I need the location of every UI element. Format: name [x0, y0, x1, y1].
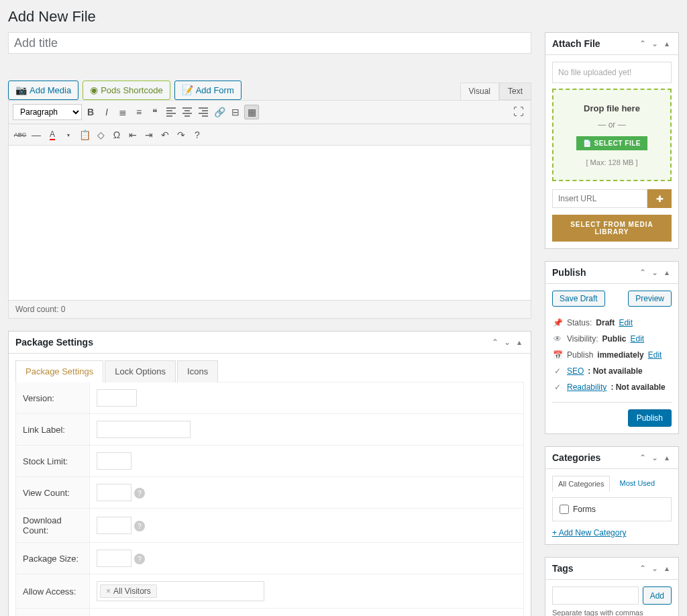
- clear-format-icon[interactable]: ◇: [93, 127, 108, 142]
- insert-url-input[interactable]: [552, 189, 647, 208]
- publish-button[interactable]: Publish: [628, 409, 672, 427]
- media-library-button[interactable]: SELECT FROM MEDIA LIBRARY: [552, 215, 672, 242]
- page-template-label: Page Template:: [16, 609, 90, 617]
- add-media-button[interactable]: 📷Add Media: [8, 81, 78, 100]
- italic-icon[interactable]: I: [99, 105, 114, 119]
- redo-icon[interactable]: ↷: [174, 127, 189, 142]
- undo-icon[interactable]: ↶: [158, 127, 172, 142]
- move-up-icon[interactable]: ⌃: [490, 338, 500, 347]
- version-input[interactable]: [97, 389, 137, 407]
- remove-chip-icon[interactable]: ×: [106, 586, 111, 596]
- format-select[interactable]: Paragraph: [13, 104, 82, 120]
- paste-icon[interactable]: 📋: [77, 127, 92, 142]
- pkg-tab-icons[interactable]: Icons: [177, 360, 218, 382]
- move-up-icon[interactable]: ⌃: [638, 564, 647, 573]
- tag-note: Separate tags with commas: [552, 609, 672, 616]
- tag-input[interactable]: [552, 586, 639, 605]
- toggle-icon[interactable]: ▴: [662, 268, 672, 277]
- abc-strike-icon[interactable]: ABC: [13, 127, 28, 142]
- toolbar-toggle-icon[interactable]: ▦: [244, 105, 259, 119]
- link-label-input[interactable]: [97, 421, 191, 438]
- editor-content[interactable]: [9, 146, 531, 300]
- select-file-button[interactable]: 📄SELECT FILE: [576, 136, 647, 150]
- editor: Paragraph B I ≣ ≡ ❝ 🔗 ⊟ ▦ ⛶ ABC — A ▾ 📋: [8, 100, 531, 319]
- add-tag-button[interactable]: Add: [643, 586, 672, 605]
- toggle-icon[interactable]: ▴: [662, 39, 672, 48]
- pkg-tab-settings[interactable]: Package Settings: [15, 360, 103, 382]
- move-down-icon[interactable]: ⌄: [650, 564, 659, 573]
- word-count: Word count: 0: [9, 300, 531, 318]
- help-icon[interactable]: ?: [190, 127, 205, 142]
- edit-schedule-link[interactable]: Edit: [648, 350, 662, 360]
- move-up-icon[interactable]: ⌃: [638, 453, 647, 462]
- edit-visibility-link[interactable]: Edit: [630, 334, 644, 344]
- pkg-tab-lock[interactable]: Lock Options: [105, 360, 176, 382]
- align-left-icon[interactable]: [164, 105, 178, 119]
- move-up-icon[interactable]: ⌃: [638, 39, 647, 48]
- readability-icon: ✓: [552, 382, 563, 392]
- form-icon: 📝: [182, 83, 193, 97]
- move-down-icon[interactable]: ⌄: [503, 338, 512, 347]
- text-color-arrow-icon[interactable]: ▾: [61, 127, 76, 142]
- blockquote-icon[interactable]: ❝: [148, 105, 162, 119]
- preview-button[interactable]: Preview: [628, 291, 672, 307]
- toggle-icon[interactable]: ▴: [662, 564, 672, 573]
- pods-shortcode-button[interactable]: ◉Pods Shortcode: [83, 81, 170, 100]
- align-center-icon[interactable]: [180, 105, 195, 119]
- file-drop-zone[interactable]: Drop file here — or — 📄SELECT FILE [ Max…: [552, 89, 672, 181]
- bold-icon[interactable]: B: [83, 105, 98, 119]
- readability-link[interactable]: Readability: [567, 382, 606, 392]
- publish-box: Publish ⌃⌄▴ Save Draft Preview 📌Status: …: [545, 261, 679, 434]
- move-down-icon[interactable]: ⌄: [650, 268, 659, 277]
- drop-title: Drop file here: [560, 103, 664, 113]
- drop-or: — or —: [560, 120, 664, 130]
- toggle-icon[interactable]: ▴: [515, 338, 524, 347]
- view-count-input[interactable]: [97, 484, 131, 501]
- align-right-icon[interactable]: [196, 105, 211, 119]
- tags-heading: Tags: [552, 563, 574, 574]
- add-category-link[interactable]: + Add New Category: [552, 528, 626, 537]
- move-down-icon[interactable]: ⌄: [650, 453, 659, 462]
- plus-icon: ✚: [656, 194, 664, 204]
- seo-link[interactable]: SEO: [567, 366, 584, 376]
- link-label-label: Link Label:: [16, 414, 90, 446]
- tab-visual[interactable]: Visual: [460, 83, 499, 100]
- add-form-button[interactable]: 📝Add Form: [174, 81, 242, 100]
- toggle-icon[interactable]: ▴: [662, 453, 672, 462]
- package-settings-box: Package Settings ⌃ ⌄ ▴ Package Settings …: [8, 331, 531, 616]
- access-chip[interactable]: ×All Visitors: [100, 584, 157, 598]
- indent-icon[interactable]: ⇥: [142, 127, 156, 142]
- hr-icon[interactable]: —: [29, 127, 44, 142]
- category-item-forms[interactable]: Forms: [560, 505, 664, 514]
- move-up-icon[interactable]: ⌃: [638, 268, 647, 277]
- help-icon[interactable]: ?: [134, 488, 145, 499]
- cat-tab-all[interactable]: All Categories: [552, 476, 610, 492]
- title-input[interactable]: [8, 32, 531, 54]
- numbered-list-icon[interactable]: ≡: [131, 105, 146, 119]
- outdent-icon[interactable]: ⇤: [125, 127, 140, 142]
- stock-limit-label: Stock Limit:: [16, 446, 90, 477]
- package-size-label: Package Size:: [16, 543, 90, 574]
- publish-heading: Publish: [552, 267, 586, 278]
- bullet-list-icon[interactable]: ≣: [115, 105, 130, 119]
- help-icon[interactable]: ?: [134, 554, 145, 564]
- media-icon: 📷: [15, 83, 27, 97]
- category-checkbox[interactable]: [560, 505, 569, 514]
- tab-text[interactable]: Text: [499, 83, 531, 100]
- package-size-input[interactable]: [97, 550, 131, 567]
- cat-tab-most[interactable]: Most Used: [614, 476, 660, 492]
- view-count-label: View Count:: [16, 477, 90, 509]
- fullscreen-icon[interactable]: ⛶: [511, 103, 527, 121]
- more-icon[interactable]: ⊟: [228, 105, 243, 119]
- seo-icon: ✓: [552, 366, 563, 376]
- insert-url-button[interactable]: ✚: [647, 189, 672, 208]
- link-icon[interactable]: 🔗: [212, 105, 227, 119]
- special-char-icon[interactable]: Ω: [109, 127, 124, 142]
- edit-status-link[interactable]: Edit: [619, 318, 633, 327]
- text-color-icon[interactable]: A: [45, 127, 60, 142]
- help-icon[interactable]: ?: [134, 521, 145, 531]
- move-down-icon[interactable]: ⌄: [650, 39, 659, 48]
- download-count-input[interactable]: [97, 517, 131, 534]
- stock-limit-input[interactable]: [97, 452, 131, 470]
- save-draft-button[interactable]: Save Draft: [552, 291, 605, 307]
